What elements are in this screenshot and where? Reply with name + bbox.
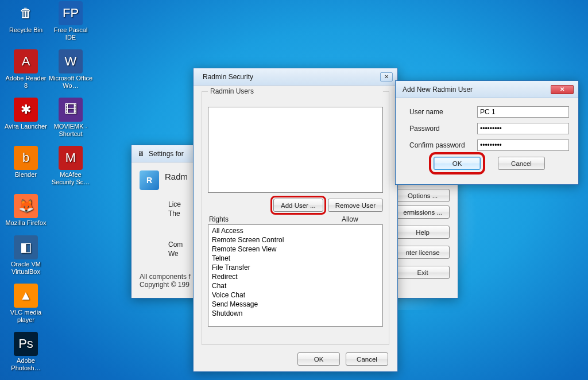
- users-listbox[interactable]: [208, 107, 383, 193]
- product-icon: R: [140, 170, 159, 190]
- desktop-icon[interactable]: PsAdobe Photosh…: [3, 332, 48, 371]
- username-input[interactable]: [477, 106, 569, 118]
- rights-row[interactable]: Telnet: [211, 254, 380, 263]
- confirm-password-label: Confirm password: [409, 141, 477, 149]
- rights-row[interactable]: File Transfer: [211, 263, 380, 272]
- ok-button[interactable]: OK: [297, 352, 340, 366]
- window-add-user: Add New Radmin User ✕ User name Password…: [395, 80, 579, 185]
- right-name: Telnet: [212, 254, 339, 262]
- allow-cell: [339, 291, 379, 299]
- app-icon: ✱: [14, 98, 38, 122]
- rights-row[interactable]: Redirect: [211, 272, 380, 281]
- desktop-icon[interactable]: ◧Oracle VM VirtualBox: [3, 235, 48, 275]
- group-label: Radmin Users: [208, 87, 383, 95]
- right-name: Shutdown: [212, 309, 339, 317]
- desktop-icon[interactable]: 🎞MOVIEMK - Shortcut: [48, 98, 93, 137]
- allow-cell: [339, 263, 379, 272]
- settings-buttons-column: Options ... ermissions ... Help nter lic…: [396, 189, 450, 279]
- ok-button[interactable]: OK: [434, 157, 481, 170]
- confirm-password-input[interactable]: [477, 139, 569, 151]
- license-label: Lice: [168, 200, 181, 208]
- app-icon: ▲: [14, 284, 38, 308]
- exit-button[interactable]: Exit: [396, 266, 450, 279]
- allow-cell: [339, 245, 379, 253]
- rights-listbox[interactable]: All AccessRemote Screen ControlRemote Sc…: [208, 224, 383, 327]
- allow-cell: [339, 227, 379, 235]
- allow-cell: [339, 282, 379, 290]
- we-label: We: [168, 250, 179, 258]
- close-icon[interactable]: ✕: [551, 85, 574, 94]
- desktop-icon-label: McAfee Security Sc…: [48, 171, 93, 185]
- desktop-icon[interactable]: MMcAfee Security Sc…: [48, 146, 93, 185]
- allow-cell: [339, 300, 379, 308]
- allow-cell: [339, 254, 379, 262]
- rights-row[interactable]: Shutdown: [211, 309, 380, 318]
- app-icon: 🎞: [59, 98, 83, 122]
- app-icon: M: [59, 146, 83, 170]
- desktop-icon[interactable]: WMicrosoft Office Wo…: [48, 49, 93, 89]
- rights-row[interactable]: Remote Screen View: [211, 245, 380, 254]
- desktop-icon-label: VLC media player: [3, 309, 48, 323]
- rights-row[interactable]: Send Message: [211, 300, 380, 309]
- titlebar-radmin[interactable]: Radmin Security ✕: [194, 68, 397, 86]
- help-button[interactable]: Help: [396, 226, 450, 239]
- rights-row[interactable]: Voice Chat: [211, 290, 380, 300]
- app-icon: b: [14, 146, 38, 170]
- desktop-icon-label: Avira Launcher: [3, 123, 48, 130]
- desktop-icon[interactable]: FPFree Pascal IDE: [48, 1, 93, 41]
- close-icon[interactable]: ✕: [380, 72, 393, 82]
- desktop-icon[interactable]: bBlender: [3, 146, 48, 179]
- desktop-icon-label: Recycle Bin: [3, 26, 48, 34]
- allow-column-header: Allow: [342, 215, 382, 223]
- product-name: Radm: [165, 172, 188, 181]
- right-name: Remote Screen Control: [212, 236, 339, 244]
- app-icon: A: [14, 49, 38, 73]
- com-label: Com: [168, 241, 183, 249]
- desktop-icon[interactable]: 🦊Mozilla Firefox: [3, 194, 48, 227]
- desktop-icon-label: MOVIEMK - Shortcut: [48, 123, 93, 137]
- desktop-icon[interactable]: AAdobe Reader 8: [3, 49, 48, 89]
- desktop-icon-label: Microsoft Office Wo…: [48, 75, 93, 89]
- app-icon: 🖥: [136, 149, 145, 158]
- titlebar-add-user[interactable]: Add New Radmin User ✕: [396, 81, 578, 98]
- app-icon: FP: [59, 1, 83, 25]
- app-icon: 🗑: [14, 1, 38, 25]
- password-input[interactable]: [477, 123, 569, 134]
- app-icon: W: [59, 49, 83, 73]
- radmin-users-group: Radmin Users Add User ... Remove User Ri…: [202, 91, 389, 345]
- username-label: User name: [409, 108, 477, 116]
- app-icon: ◧: [14, 235, 38, 259]
- the-label: The: [168, 210, 180, 218]
- desktop-icon-label: Adobe Photosh…: [3, 357, 48, 371]
- app-icon: Ps: [14, 332, 38, 356]
- cancel-button[interactable]: Cancel: [346, 352, 388, 366]
- password-label: Password: [409, 125, 477, 133]
- rights-row[interactable]: Remote Screen Control: [211, 235, 380, 245]
- window-radmin-security: Radmin Security ✕ Radmin Users Add User …: [193, 68, 398, 372]
- remove-user-button[interactable]: Remove User: [328, 199, 383, 212]
- right-name: File Transfer: [212, 263, 339, 272]
- cancel-button[interactable]: Cancel: [498, 157, 545, 170]
- desktop-icon[interactable]: ✱Avira Launcher: [3, 98, 48, 130]
- app-icon: 🦊: [14, 194, 38, 218]
- desktop-icon-label: Blender: [3, 171, 48, 179]
- right-name: Redirect: [212, 273, 339, 281]
- rights-column-header: Rights: [209, 215, 342, 223]
- desktop-icon[interactable]: 🗑Recycle Bin: [3, 1, 48, 34]
- options-button[interactable]: Options ...: [396, 189, 450, 202]
- rights-row[interactable]: Chat: [211, 281, 380, 290]
- title-text: Radmin Security: [198, 73, 378, 81]
- desktop-icon-label: Mozilla Firefox: [3, 219, 48, 227]
- rights-row[interactable]: All Access: [211, 226, 380, 235]
- desktop-icon[interactable]: ▲VLC media player: [3, 284, 48, 323]
- desktop-icon-label: Adobe Reader 8: [3, 75, 48, 89]
- right-name: Remote Screen View: [212, 245, 339, 253]
- allow-cell: [339, 273, 379, 281]
- allow-cell: [339, 309, 379, 317]
- add-user-button[interactable]: Add User ...: [273, 199, 323, 212]
- permissions-button[interactable]: ermissions ...: [396, 205, 450, 219]
- desktop-icon-label: Oracle VM VirtualBox: [3, 261, 48, 275]
- desktop-icon-label: Free Pascal IDE: [48, 26, 93, 41]
- enter-license-button[interactable]: nter license: [396, 246, 450, 259]
- title-text: Add New Radmin User: [400, 86, 548, 94]
